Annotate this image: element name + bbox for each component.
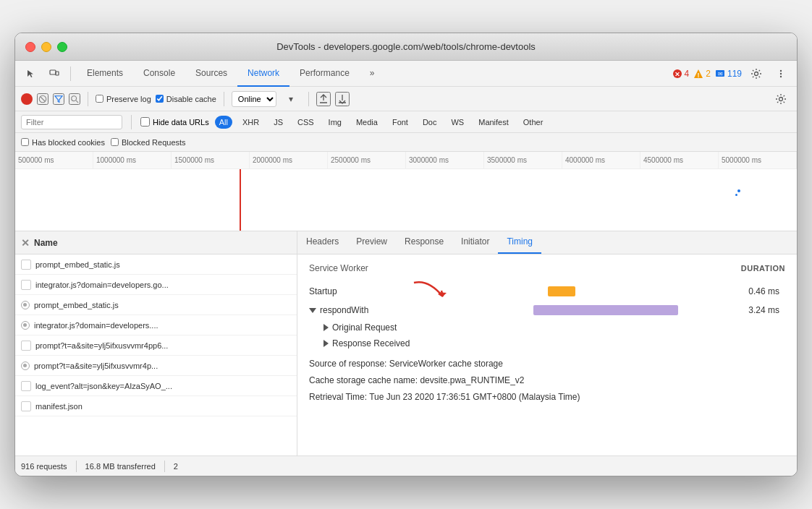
blocked-requests-checkbox[interactable]: Blocked Requests [111,138,186,147]
tab-preview[interactable]: Preview [347,231,396,254]
preserve-log-checkbox[interactable]: Preserve log [96,95,151,103]
device-toggle-icon[interactable] [44,64,64,84]
source-row: Source of response: ServiceWorker cache … [309,356,785,372]
triangle-right-icon2[interactable] [323,340,329,347]
source-text: Source of response: ServiceWorker cache … [309,357,503,371]
minimize-button[interactable] [41,42,51,52]
maximize-button[interactable] [57,42,67,52]
message-badge: ✉ 119 [715,69,742,79]
right-panel: Headers Preview Response Initiator Timin… [297,231,797,455]
filter-js-btn[interactable]: JS [269,116,287,129]
chevron-down-icon[interactable] [309,308,316,313]
throttle-select[interactable]: Online [232,91,276,107]
svg-rect-1 [56,72,59,75]
list-item[interactable]: prompt?t=a&site=ylj5ifxusvvmr4p... [15,356,297,376]
has-blocked-cookies-checkbox[interactable]: Has blocked cookies [21,138,105,147]
cache-name-text: Cache storage cache name: devsite.pwa_RU… [309,374,524,388]
filter-media-btn[interactable]: Media [352,116,382,129]
svg-line-13 [41,97,45,101]
filter-ws-btn[interactable]: WS [447,116,468,129]
separator [70,67,71,81]
tab-console[interactable]: Console [133,61,185,87]
list-item[interactable]: integrator.js?domain=developers.... [15,315,297,335]
list-item[interactable]: prompt?t=a&site=ylj5ifxusvvmr4pp6... [15,335,297,356]
tab-performance[interactable]: Performance [289,61,360,87]
filter-doc-btn[interactable]: Doc [418,116,441,129]
file-circle-icon [21,362,30,370]
settings-icon[interactable] [746,64,766,84]
timeline-dot [737,189,740,192]
respond-with-duration: 3.24 ms [745,305,785,315]
response-received-row: Response Received [309,335,785,351]
file-list: prompt_embed_static.js integrator.js?dom… [15,254,297,416]
network-toolbar: Preserve log Disable cache Online ▾ [15,87,797,111]
warning-badge: ! 2 [693,69,711,79]
has-blocked-bar: Has blocked cookies Blocked Requests [15,133,797,152]
throttle-dropdown-icon[interactable]: ▾ [281,89,301,109]
filter-other-btn[interactable]: Other [519,116,548,129]
filter-manifest-btn[interactable]: Manifest [474,116,513,129]
svg-point-14 [72,95,77,100]
respond-with-label: respondWith [320,305,368,315]
svg-point-9 [780,69,782,71]
clear-icon[interactable] [37,93,48,105]
tab-network[interactable]: Network [237,61,289,87]
timeline-dot2 [735,194,737,196]
filter-bar: Hide data URLs All XHR JS CSS Img Media … [15,111,797,133]
filter-icon[interactable] [53,93,64,105]
right-tabs: Headers Preview Response Initiator Timin… [297,231,797,254]
tab-headers[interactable]: Headers [297,231,347,254]
more-options-icon[interactable] [771,64,791,84]
traffic-lights [25,42,67,52]
list-item[interactable]: prompt_embed_static.js [15,254,297,275]
filter-img-btn[interactable]: Img [324,116,346,129]
respond-with-label-area: respondWith [309,305,403,315]
timeline-ruler: 500000 ms 1000000 ms 1500000 ms 2000000 … [15,152,797,169]
tick-8: 4500000 ms [640,152,719,168]
respond-with-bar-area [403,304,745,316]
tick-1: 1000000 ms [93,152,172,168]
original-request-row: Original Request [309,320,785,335]
list-item[interactable]: integrator.js?domain=developers.go... [15,275,297,295]
timeline-red-line [240,169,241,231]
disable-cache-checkbox[interactable]: Disable cache [156,95,216,103]
filter-css-btn[interactable]: CSS [293,116,318,129]
network-settings-icon[interactable] [771,89,791,109]
record-button[interactable] [21,93,33,105]
tab-sources[interactable]: Sources [185,61,237,87]
filter-all-btn[interactable]: All [215,116,232,129]
timeline-graph [15,169,797,231]
filter-xhr-btn[interactable]: XHR [238,116,263,129]
tab-more[interactable]: » [360,61,385,87]
timing-content: Service Worker DURATION Startup [297,254,797,416]
file-list-panel: ✕ Name prompt_embed_static.js integrator… [15,231,297,455]
list-item[interactable]: manifest.json [15,396,297,416]
requests-count: 916 requests [21,462,67,471]
startup-bar-area [403,286,745,297]
extra-count: 2 [174,462,178,471]
filter-font-btn[interactable]: Font [388,116,413,129]
close-file-btn[interactable]: ✕ [21,238,30,248]
svg-point-16 [779,97,783,100]
close-button[interactable] [25,42,35,52]
tab-initiator[interactable]: Initiator [452,231,498,254]
startup-label: Startup [309,286,403,296]
main-area: ✕ Name prompt_embed_static.js integrator… [15,231,797,455]
svg-text:!: ! [698,71,700,78]
search-icon[interactable] [69,93,80,105]
status-divider2 [164,461,165,472]
tab-timing[interactable]: Timing [498,231,541,254]
file-list-header: ✕ Name [15,231,297,254]
tab-elements[interactable]: Elements [77,61,133,87]
devtools-window: DevTools - developers.google.com/web/too… [14,33,798,476]
upload-icon[interactable] [316,92,331,106]
download-icon[interactable] [335,92,350,106]
triangle-right-icon[interactable] [323,324,329,331]
tab-response[interactable]: Response [396,231,452,254]
list-item[interactable]: prompt_embed_static.js [15,295,297,315]
cursor-icon[interactable] [21,64,41,84]
list-item[interactable]: log_event?alt=json&key=AIzaSyAO_... [15,376,297,396]
hide-data-urls-checkbox[interactable]: Hide data URLs [140,117,209,127]
filter-input[interactable] [21,115,122,129]
file-circle-icon [21,301,30,309]
